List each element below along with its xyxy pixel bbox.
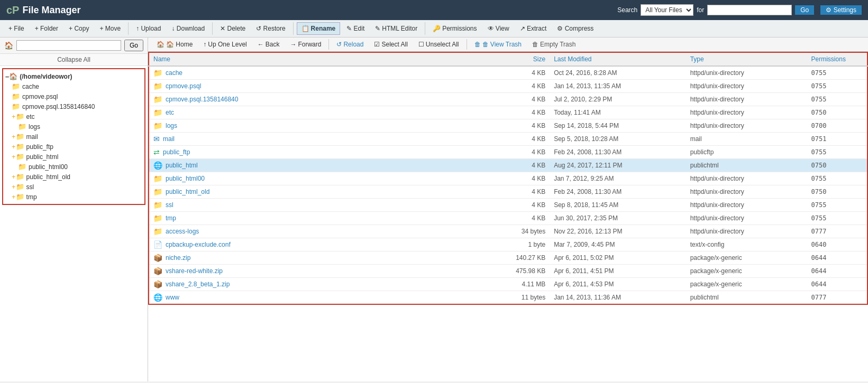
file-name[interactable]: cpbackup-exclude.conf: [166, 241, 231, 248]
name-cell[interactable]: 📁 cpmove.psql.1358146840: [149, 93, 489, 106]
upload-button[interactable]: ↑ Upload: [132, 23, 165, 34]
file-name[interactable]: niche.zip: [166, 254, 190, 261]
table-row[interactable]: 📁 etc 4 KB Today, 11:41 AM httpd/unix-di…: [149, 106, 867, 119]
tree-item-cache[interactable]: 📁 cache: [3, 81, 144, 91]
file-name[interactable]: vshare-red-white.zip: [166, 267, 223, 275]
search-input[interactable]: [707, 5, 792, 15]
name-cell[interactable]: 🌐 www: [149, 291, 489, 305]
file-name[interactable]: cpmove.psql.1358146840: [166, 96, 238, 103]
back-button[interactable]: ← Back: [253, 39, 284, 50]
name-cell[interactable]: ⇄ public_ftp: [149, 146, 489, 159]
search-go-button[interactable]: Go: [795, 5, 814, 15]
table-row[interactable]: 🌐 public_html 4 KB Aug 24, 2017, 12:11 P…: [149, 159, 867, 172]
name-cell[interactable]: 📁 public_html_old: [149, 185, 489, 199]
table-row[interactable]: ⇄ public_ftp 4 KB Feb 24, 2008, 11:30 AM…: [149, 146, 867, 159]
tree-item-tmp[interactable]: +📁 tmp: [3, 192, 144, 202]
table-row[interactable]: 📁 public_html_old 4 KB Feb 24, 2008, 11:…: [149, 185, 867, 199]
unselect-all-button[interactable]: ☐ Unselect All: [414, 39, 463, 50]
name-cell[interactable]: 📁 access-logs: [149, 225, 489, 238]
settings-button[interactable]: ⚙ Settings: [820, 5, 862, 15]
tree-item-cpmove[interactable]: 📁 cpmove.psql: [3, 91, 144, 101]
name-cell[interactable]: 📦 vshare-red-white.zip: [149, 265, 489, 278]
sidebar-go-button[interactable]: Go: [124, 40, 143, 51]
table-row[interactable]: 📄 cpbackup-exclude.conf 1 byte Mar 7, 20…: [149, 238, 867, 251]
table-row[interactable]: 📁 public_html00 4 KB Jan 7, 2012, 9:25 A…: [149, 172, 867, 185]
table-row[interactable]: 🌐 www 11 bytes Jan 14, 2013, 11:36 AM pu…: [149, 291, 867, 305]
forward-button[interactable]: → Forward: [286, 39, 325, 50]
rename-button[interactable]: 📋 Rename: [297, 22, 341, 35]
tree-item-public-html[interactable]: +📁 public_html: [3, 152, 144, 162]
file-name[interactable]: www: [166, 294, 179, 301]
table-row[interactable]: 📦 vshare-red-white.zip 475.98 KB Apr 6, …: [149, 265, 867, 278]
table-row[interactable]: 📁 cpmove.psql 4 KB Jan 14, 2013, 11:35 A…: [149, 80, 867, 93]
name-cell[interactable]: 📦 niche.zip: [149, 251, 489, 265]
restore-button[interactable]: ↺ Restore: [252, 23, 289, 34]
view-trash-button[interactable]: 🗑 🗑 View Trash: [470, 39, 526, 50]
tree-item-ssl[interactable]: +📁 ssl: [3, 182, 144, 192]
search-scope-select[interactable]: All Your Files: [641, 4, 693, 16]
name-cell[interactable]: 📁 logs: [149, 119, 489, 133]
col-type-header[interactable]: Type: [686, 52, 807, 66]
sidebar-path-input[interactable]: [16, 40, 121, 51]
copy-button[interactable]: + Copy: [65, 23, 93, 34]
tree-item-cpmove2[interactable]: 📁 cpmove.psql.1358146840: [3, 101, 144, 111]
file-name[interactable]: access-logs: [166, 228, 199, 235]
table-row[interactable]: 📁 logs 4 KB Sep 14, 2018, 5:44 PM httpd/…: [149, 119, 867, 133]
view-button[interactable]: 👁 View: [483, 23, 514, 34]
name-cell[interactable]: 📁 public_html00: [149, 172, 489, 185]
name-cell[interactable]: 📦 vshare_2.8_beta_1.zip: [149, 278, 489, 291]
home-nav-button[interactable]: 🏠 🏠 Home: [152, 39, 197, 50]
file-name[interactable]: etc: [166, 109, 174, 116]
folder-button[interactable]: + Folder: [31, 23, 62, 34]
col-modified-header[interactable]: Last Modified: [550, 52, 686, 66]
name-cell[interactable]: 📁 cache: [149, 66, 489, 80]
tree-root[interactable]: –🏠 (/home/videowor): [3, 71, 144, 81]
move-button[interactable]: + Move: [95, 23, 125, 34]
file-name[interactable]: cache: [166, 69, 182, 77]
tree-item-public-html-old[interactable]: +📁 public_html_old: [3, 172, 144, 182]
html-editor-button[interactable]: ✎ HTML Editor: [371, 23, 422, 34]
tree-item-public-html00[interactable]: 📁 public_html00: [3, 162, 144, 172]
name-cell[interactable]: 📄 cpbackup-exclude.conf: [149, 238, 489, 251]
name-cell[interactable]: ✉ mail: [149, 133, 489, 146]
col-size-header[interactable]: Size: [489, 52, 550, 66]
table-row[interactable]: ✉ mail 4 KB Sep 5, 2018, 10:28 AM mail 0…: [149, 133, 867, 146]
delete-button[interactable]: ✕ Delete: [216, 23, 250, 34]
file-name[interactable]: ssl: [166, 201, 173, 209]
col-name-header[interactable]: Name: [149, 52, 489, 66]
file-name[interactable]: public_html: [166, 162, 198, 169]
col-permissions-header[interactable]: Permissions: [807, 52, 867, 66]
compress-button[interactable]: ⚙ Compress: [553, 23, 598, 34]
file-name[interactable]: cpmove.psql: [166, 82, 201, 90]
file-name[interactable]: public_ftp: [163, 148, 190, 156]
file-name[interactable]: logs: [166, 122, 177, 129]
file-name[interactable]: mail: [163, 135, 175, 143]
table-row[interactable]: 📦 vshare_2.8_beta_1.zip 4.11 MB Apr 6, 2…: [149, 278, 867, 291]
permissions-button[interactable]: 🔑 Permissions: [428, 23, 481, 34]
table-row[interactable]: 📁 access-logs 34 bytes Nov 22, 2016, 12:…: [149, 225, 867, 238]
name-cell[interactable]: 📁 ssl: [149, 199, 489, 212]
file-button[interactable]: + File: [4, 23, 29, 34]
table-row[interactable]: 📁 cpmove.psql.1358146840 4 KB Jul 2, 201…: [149, 93, 867, 106]
extract-button[interactable]: ↗ Extract: [516, 23, 551, 34]
edit-button[interactable]: ✎ Edit: [342, 23, 369, 34]
reload-button[interactable]: ↺ Reload: [332, 39, 368, 50]
table-row[interactable]: 📦 niche.zip 140.27 KB Apr 6, 2011, 5:02 …: [149, 251, 867, 265]
name-cell[interactable]: 🌐 public_html: [149, 159, 489, 172]
select-all-button[interactable]: ☑ Select All: [370, 39, 412, 50]
table-row[interactable]: 📁 cache 4 KB Oct 24, 2016, 8:28 AM httpd…: [149, 66, 867, 80]
tree-item-public-ftp[interactable]: +📁 public_ftp: [3, 142, 144, 152]
tree-item-logs[interactable]: 📁 logs: [3, 122, 144, 132]
file-name[interactable]: public_html00: [166, 175, 205, 182]
up-one-level-button[interactable]: ↑ Up One Level: [199, 39, 251, 50]
tree-item-mail[interactable]: +📁 mail: [3, 132, 144, 142]
collapse-all-button[interactable]: Collapse All: [0, 54, 148, 66]
empty-trash-button[interactable]: 🗑 Empty Trash: [528, 39, 580, 50]
file-name[interactable]: vshare_2.8_beta_1.zip: [166, 281, 230, 288]
tree-item-etc[interactable]: +📁 etc: [3, 111, 144, 122]
name-cell[interactable]: 📁 cpmove.psql: [149, 80, 489, 93]
table-row[interactable]: 📁 ssl 4 KB Sep 8, 2018, 11:45 AM httpd/u…: [149, 199, 867, 212]
file-name[interactable]: public_html_old: [166, 188, 209, 195]
table-row[interactable]: 📁 tmp 4 KB Jun 30, 2017, 2:35 PM httpd/u…: [149, 212, 867, 225]
name-cell[interactable]: 📁 tmp: [149, 212, 489, 225]
